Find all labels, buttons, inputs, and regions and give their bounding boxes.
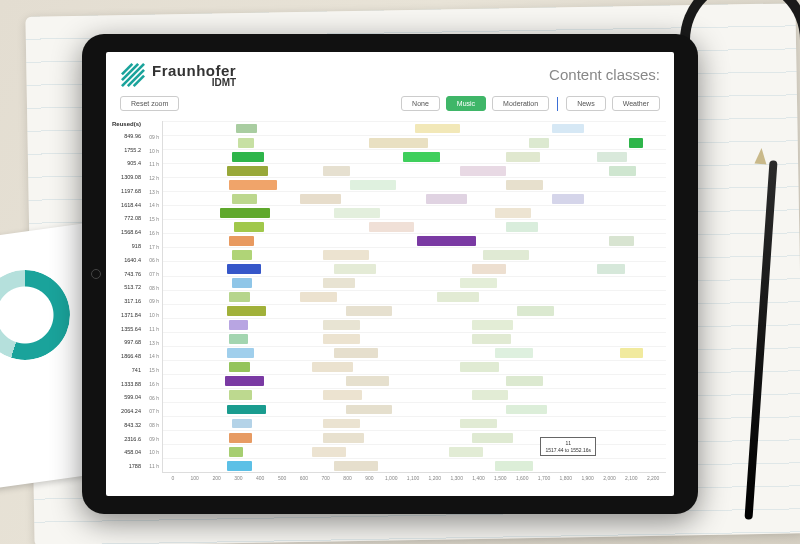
segment[interactable] xyxy=(483,250,529,260)
chart-row[interactable] xyxy=(163,332,666,346)
segment[interactable] xyxy=(334,348,377,358)
segment[interactable] xyxy=(334,264,375,274)
segment[interactable] xyxy=(323,320,360,330)
segment[interactable] xyxy=(460,278,497,288)
segment[interactable] xyxy=(300,292,337,302)
segment[interactable] xyxy=(517,306,554,316)
segment[interactable] xyxy=(472,320,513,330)
segment[interactable] xyxy=(426,194,467,204)
segment[interactable] xyxy=(620,348,643,358)
segment[interactable] xyxy=(227,166,268,176)
segment[interactable] xyxy=(227,348,254,358)
segment[interactable] xyxy=(460,166,506,176)
chart-row[interactable] xyxy=(163,233,666,247)
segment[interactable] xyxy=(232,419,253,429)
segment[interactable] xyxy=(225,376,264,386)
segment[interactable] xyxy=(334,208,380,218)
class-button-none[interactable]: None xyxy=(401,96,440,111)
segment[interactable] xyxy=(229,390,252,400)
segment[interactable] xyxy=(495,461,534,471)
chart-row[interactable] xyxy=(163,388,666,402)
chart-row[interactable] xyxy=(163,360,666,374)
segment[interactable] xyxy=(609,236,634,246)
segment[interactable] xyxy=(506,180,543,190)
segment[interactable] xyxy=(609,166,636,176)
segment[interactable] xyxy=(369,222,415,232)
segment[interactable] xyxy=(229,180,277,190)
class-button-music[interactable]: Music xyxy=(446,96,486,111)
reset-zoom-button[interactable]: Reset zoom xyxy=(120,96,179,111)
segment[interactable] xyxy=(346,376,389,386)
segment[interactable] xyxy=(346,405,392,415)
segment[interactable] xyxy=(472,264,506,274)
segment[interactable] xyxy=(506,152,540,162)
segment[interactable] xyxy=(495,348,534,358)
segment[interactable] xyxy=(552,194,584,204)
chart-row[interactable] xyxy=(163,318,666,332)
segment[interactable] xyxy=(232,278,253,288)
segment[interactable] xyxy=(227,405,266,415)
segment[interactable] xyxy=(238,138,254,148)
segment[interactable] xyxy=(232,194,257,204)
segment[interactable] xyxy=(229,334,247,344)
tablet-home-button[interactable] xyxy=(91,269,101,279)
chart-row[interactable] xyxy=(163,219,666,233)
segment[interactable] xyxy=(323,334,360,344)
segment[interactable] xyxy=(529,138,550,148)
segment[interactable] xyxy=(312,362,353,372)
segment[interactable] xyxy=(369,138,428,148)
chart-row[interactable] xyxy=(163,458,666,472)
segment[interactable] xyxy=(629,138,643,148)
segment[interactable] xyxy=(350,180,396,190)
segment[interactable] xyxy=(506,222,538,232)
segment[interactable] xyxy=(232,152,264,162)
chart-area[interactable]: Reused(s) 849.961755.2905.41309.081197.6… xyxy=(106,121,674,473)
chart-row[interactable] xyxy=(163,304,666,318)
segment[interactable] xyxy=(597,264,624,274)
segment[interactable] xyxy=(472,334,511,344)
chart-row[interactable] xyxy=(163,177,666,191)
segment[interactable] xyxy=(495,208,532,218)
segment[interactable] xyxy=(323,166,350,176)
segment[interactable] xyxy=(449,447,483,457)
chart-row[interactable] xyxy=(163,276,666,290)
segment[interactable] xyxy=(234,222,264,232)
segment[interactable] xyxy=(552,124,584,134)
plot[interactable]: 11 1517.44 to 1552.16s xyxy=(162,121,666,473)
chart-row[interactable] xyxy=(163,374,666,388)
chart-row[interactable] xyxy=(163,163,666,177)
segment[interactable] xyxy=(229,362,250,372)
segment[interactable] xyxy=(472,433,513,443)
chart-row[interactable] xyxy=(163,290,666,304)
class-button-moderation[interactable]: Moderation xyxy=(492,96,549,111)
chart-row[interactable] xyxy=(163,135,666,149)
segment[interactable] xyxy=(437,292,478,302)
segment[interactable] xyxy=(460,419,497,429)
segment[interactable] xyxy=(415,124,461,134)
chart-row[interactable] xyxy=(163,346,666,360)
chart-row[interactable] xyxy=(163,402,666,416)
chart-row[interactable] xyxy=(163,149,666,163)
segment[interactable] xyxy=(334,461,377,471)
segment[interactable] xyxy=(229,320,247,330)
segment[interactable] xyxy=(227,306,266,316)
segment[interactable] xyxy=(236,124,257,134)
segment[interactable] xyxy=(323,433,364,443)
segment[interactable] xyxy=(403,152,440,162)
chart-row[interactable] xyxy=(163,247,666,261)
segment[interactable] xyxy=(227,264,261,274)
segment[interactable] xyxy=(312,447,346,457)
segment[interactable] xyxy=(472,390,509,400)
segment[interactable] xyxy=(227,461,252,471)
segment[interactable] xyxy=(460,362,499,372)
segment[interactable] xyxy=(229,447,243,457)
chart-row[interactable] xyxy=(163,191,666,205)
class-button-weather[interactable]: Weather xyxy=(612,96,660,111)
segment[interactable] xyxy=(323,419,360,429)
segment[interactable] xyxy=(417,236,476,246)
segment[interactable] xyxy=(229,236,254,246)
chart-row[interactable] xyxy=(163,121,666,135)
chart-row[interactable] xyxy=(163,205,666,219)
segment[interactable] xyxy=(346,306,392,316)
segment[interactable] xyxy=(232,250,253,260)
